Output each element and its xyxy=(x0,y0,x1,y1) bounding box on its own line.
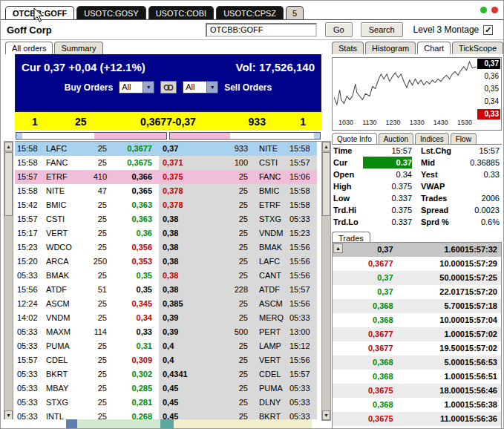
symbol-tab-usotc-gosy[interactable]: USOTC:GOSY xyxy=(76,6,145,19)
orderbook-right-scrollbar[interactable]: ▲ ▼ xyxy=(321,141,331,421)
green-status-dot xyxy=(480,7,487,13)
depth-gauges xyxy=(15,131,321,141)
tab-all-orders[interactable]: All orders xyxy=(5,42,53,54)
trade-row[interactable]: 0,3685.70015:57:18 xyxy=(333,299,501,313)
order-row[interactable]: 05:33BKRT250,3020,434125CDEL15:57 xyxy=(15,367,321,381)
order-row[interactable]: 15:20ARCA2500,3530,3825LAFC15:56 xyxy=(15,255,321,269)
order-row[interactable]: 15:42BMIC250,3630,37825ETRF15:58 xyxy=(15,198,321,212)
symbol-tab-usotc-cpsz[interactable]: USOTC:CPSZ xyxy=(216,6,284,19)
ask-time: 15:56 xyxy=(287,353,317,367)
order-row[interactable]: 15:58NITE470,3650,37825BMIC15:58 xyxy=(15,184,321,198)
order-row[interactable]: 05:33STXG250,2810,4525DLNY05:33 xyxy=(15,396,321,410)
chevron-down-icon[interactable]: ▼ xyxy=(206,82,217,93)
scroll-down-icon[interactable]: ▼ xyxy=(322,410,330,420)
go-button[interactable]: Go xyxy=(325,22,353,37)
tab-flow[interactable]: Flow xyxy=(451,133,477,145)
x-tick-label: 1530 xyxy=(457,119,472,128)
trade-size: 1.000 xyxy=(393,327,465,341)
tab-stats[interactable]: Stats xyxy=(332,42,364,54)
price-chart: 103011301230133014301530 0,370,360,350,3… xyxy=(332,57,502,131)
tab-quote-info[interactable]: Quote Info xyxy=(332,133,377,145)
trade-row[interactable]: 0,3722.01715:57:20 xyxy=(333,285,501,299)
trade-row[interactable]: 0,36810.00015:57:04 xyxy=(333,313,501,327)
bid-time: 05:33 xyxy=(15,367,43,381)
sell-orders-filter[interactable]: All ▼ xyxy=(183,81,218,94)
ask-time: 15:12 xyxy=(287,339,317,353)
trade-row[interactable]: 0,3685.00015:56:53 xyxy=(333,356,501,370)
scrollbar-track[interactable] xyxy=(4,216,13,410)
order-row[interactable]: 15:57CSTI250,3630,3825STXG05:33 xyxy=(15,212,321,226)
tab-histogram[interactable]: Histogram xyxy=(365,42,416,54)
quote-row: Trd.Lo0.337Sprd %0.6% xyxy=(332,216,502,228)
bid-price: 0,31 xyxy=(111,339,159,353)
bid-price: 0,366 xyxy=(111,170,159,184)
trade-price: 0,368 xyxy=(333,398,393,412)
tab-chart[interactable]: Chart xyxy=(417,42,451,54)
trade-row[interactable]: 0,3681.00015:56:38 xyxy=(333,398,501,412)
trade-row[interactable]: 0,367710.00015:57:29 xyxy=(333,257,501,271)
order-row[interactable]: 14:02VNDM250,340,3925MERQ05:33 xyxy=(15,311,321,325)
search-button[interactable]: Search xyxy=(361,22,403,37)
trade-size: 50.000 xyxy=(393,271,465,285)
right-panel: 103011301230133014301530 0,370,360,350,3… xyxy=(332,54,502,429)
order-row[interactable]: 15:57ETRF4100,3660,37525FANC15:06 xyxy=(15,170,321,184)
quote-value: 0.33 xyxy=(458,168,502,180)
bid-price: 0,35 xyxy=(111,283,159,297)
order-row[interactable]: 15:58FANC250,36750,371100CSTI15:57 xyxy=(15,156,321,170)
bid-size: 25 xyxy=(77,226,111,240)
bid-mm: ARCA xyxy=(43,255,77,269)
order-row[interactable]: 12:24ASCM250,3450,38525ASCM15:56 xyxy=(15,297,321,311)
symbol-input[interactable] xyxy=(206,23,317,37)
tab-indices[interactable]: Indices xyxy=(415,133,449,145)
symbol-tab-5[interactable]: 5 xyxy=(286,6,304,19)
order-row[interactable]: 15:17VERT250,360,3825VNDM15:23 xyxy=(15,226,321,240)
trade-row[interactable]: 0,367518.00015:56:46 xyxy=(333,384,501,398)
gauge-segment xyxy=(94,133,166,139)
scrollbar-thumb[interactable] xyxy=(4,152,13,216)
app-window: OTCBB:GOFFUSOTC:GOSYUSOTC:COBIUSOTC:CPSZ… xyxy=(0,0,504,429)
quote-value: 0.375 xyxy=(363,180,412,192)
trade-size: 19.500 xyxy=(393,341,465,356)
order-row[interactable]: 15:23WDCO250,3560,3825BMAK15:56 xyxy=(15,240,321,255)
y-tick-label: 0,36 xyxy=(477,71,500,82)
order-row[interactable]: 15:56ATDF510,350,38228ATDF15:57 xyxy=(15,283,321,297)
order-row[interactable]: 05:33MAXM1140,330,39500PERT13:00 xyxy=(15,325,321,339)
level3-montage-checkbox[interactable]: ✓ xyxy=(483,25,493,35)
bid-size: 25 xyxy=(77,311,111,325)
order-row[interactable]: 15:57CDEL250,3090,425VERT15:56 xyxy=(15,353,321,367)
trade-row[interactable]: 0,3750.00015:57:25 xyxy=(333,271,501,285)
montage-label: Level 3 Montage xyxy=(413,24,480,35)
tab-tickscope[interactable]: TickScope xyxy=(452,42,503,54)
order-row[interactable]: 15:58LAFC250,36770,37933NITE15:58 xyxy=(15,142,321,156)
trade-row[interactable]: 0,371.60015:57:32 xyxy=(333,243,501,257)
scroll-up-icon[interactable]: ▲ xyxy=(322,142,330,151)
scrollbar-track[interactable] xyxy=(322,216,330,410)
trade-time: 15:57:02 xyxy=(465,341,501,356)
trade-row[interactable]: 0,36771.00015:57:02 xyxy=(333,327,501,341)
quote-row: Cur0.37Mid0.36885 xyxy=(332,157,502,168)
scrollbar-thumb[interactable] xyxy=(322,152,330,216)
bid-depth-gauge xyxy=(16,132,167,140)
symbol-tab-usotc-cobi[interactable]: USOTC:COBI xyxy=(148,6,214,19)
buy-orders-filter[interactable]: All ▼ xyxy=(119,81,154,94)
link-sides-button[interactable] xyxy=(160,81,177,94)
bid-time: 05:33 xyxy=(15,269,43,283)
quote-value: 2006 xyxy=(458,192,502,204)
order-row[interactable]: 05:33PUMA250,310,425LAMP15:12 xyxy=(15,339,321,353)
chain-link-icon xyxy=(163,84,174,91)
tab-auction[interactable]: Auction xyxy=(379,133,413,145)
order-row[interactable]: 05:33BMAK250,350,3825CANT15:56 xyxy=(15,269,321,283)
ask-time: 05:33 xyxy=(287,212,317,226)
ask-size: 25 xyxy=(199,198,252,212)
trade-row[interactable]: 0,367511.00015:56:36 xyxy=(333,412,501,426)
trades-scroll-up-icon[interactable]: ▲ xyxy=(333,243,343,253)
chevron-down-icon[interactable]: ▼ xyxy=(143,82,154,93)
order-row[interactable]: 05:33MBAY250,2850,4525PUMA05:33 xyxy=(15,381,321,396)
ask-size: 25 xyxy=(199,339,252,353)
orderbook-left-scrollbar[interactable]: ▲ ▼ xyxy=(4,141,13,421)
trade-row[interactable]: 0,3681.00015:56:51 xyxy=(333,370,501,384)
trade-row[interactable]: 0,367719.50015:57:02 xyxy=(333,341,501,356)
tab-summary[interactable]: Summary xyxy=(54,42,102,54)
scroll-up-icon[interactable]: ▲ xyxy=(4,142,13,151)
quote-value: 0.6% xyxy=(458,216,502,228)
